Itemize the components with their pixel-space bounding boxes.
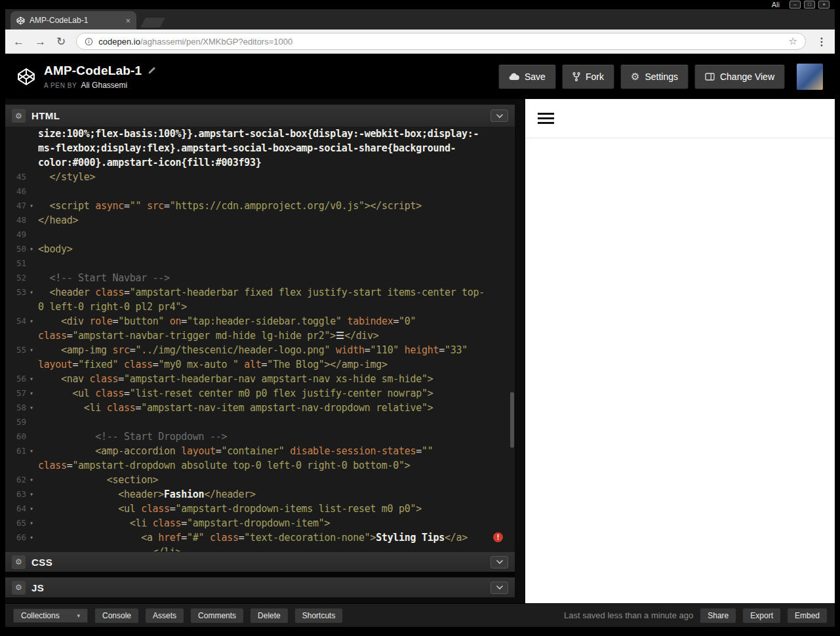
code-line[interactable]: ms-flexbox;display:flex}.ampstart-social… <box>5 141 515 155</box>
line-number: 56 <box>5 372 26 386</box>
code-line[interactable]: 60 <!-- Start Dropdown --> <box>5 429 515 444</box>
code-line[interactable]: 56▾ <nav class="ampstart-headerbar-nav a… <box>5 372 515 386</box>
editor-scrollbar-thumb[interactable] <box>510 392 514 448</box>
fold-arrow-icon[interactable]: ▾ <box>26 444 37 458</box>
code-line[interactable]: 62▾ <section> <box>5 473 515 487</box>
assets-button[interactable]: Assets <box>146 608 184 623</box>
fold-arrow-icon[interactable]: ▾ <box>26 473 37 487</box>
delete-button[interactable]: Delete <box>250 608 288 623</box>
fold-arrow-icon[interactable]: ▾ <box>26 516 37 530</box>
code-line[interactable]: 53▾ <header class="ampstart-headerbar fi… <box>5 285 515 300</box>
url-path: /aghassemi/pen/XMKbGP?editors=1000 <box>140 37 292 47</box>
html-panel-header[interactable]: ⚙ HTML <box>5 104 515 127</box>
code-line[interactable]: color:#000}.ampstart-icon{fill:#003f93} <box>5 155 515 170</box>
css-expand-button[interactable] <box>490 556 508 568</box>
pen-title: AMP-CodeLab-1 <box>44 64 142 78</box>
code-line[interactable]: 64▾ <ul class="ampstart-dropdown-items l… <box>5 502 515 516</box>
code-line[interactable]: class="ampstart-navbar-trigger md-hide l… <box>5 328 515 343</box>
code-line[interactable]: 58▾ <li class="ampstart-nav-item ampstar… <box>5 401 515 415</box>
browser-tab[interactable]: AMP-CodeLab-1 × <box>10 11 136 30</box>
line-number: 66 <box>5 530 26 545</box>
window-maximize-button[interactable]: □ <box>804 1 815 9</box>
new-tab-button[interactable] <box>140 18 165 28</box>
gear-icon: ⚙ <box>631 71 639 81</box>
back-icon[interactable]: ← <box>13 36 24 47</box>
code-line[interactable]: 49 <box>5 228 515 242</box>
export-button[interactable]: Export <box>743 608 780 623</box>
fold-arrow-icon[interactable]: ▾ <box>26 314 37 328</box>
code-line[interactable]: 55▾ <amp-img src="../img/thescenic/heade… <box>5 343 515 357</box>
html-settings-gear-icon[interactable]: ⚙ <box>12 109 26 123</box>
fork-button[interactable]: Fork <box>562 64 614 89</box>
code-line[interactable]: 50▾<body> <box>5 242 515 256</box>
collections-dropdown[interactable]: Collections ▾ <box>13 608 88 623</box>
save-button[interactable]: Save <box>498 64 556 89</box>
window-close-button[interactable]: × <box>818 1 830 9</box>
line-gutter <box>5 357 38 372</box>
fold-arrow-icon[interactable]: ▾ <box>26 343 37 357</box>
code-line[interactable]: 57▾ <ul class="list-reset center m0 p0 f… <box>5 386 515 401</box>
fold-arrow-icon[interactable]: ▾ <box>26 386 37 401</box>
caret-down-icon: ▾ <box>77 612 80 619</box>
change-view-button[interactable]: Change View <box>694 64 785 89</box>
code-line[interactable]: 54▾ <div role="button" on="tap:header-si… <box>5 314 515 328</box>
fold-arrow-icon[interactable]: ▾ <box>26 199 37 213</box>
fold-arrow-icon[interactable]: ▾ <box>26 242 37 256</box>
code-line[interactable]: 45 </style> <box>5 170 515 184</box>
code-line[interactable]: 48</head> <box>5 213 515 228</box>
code-text: ms-flexbox;display:flex}.ampstart-social… <box>38 141 515 155</box>
codepen-logo-icon[interactable] <box>17 68 35 86</box>
js-panel-header[interactable]: ⚙ JS <box>5 577 515 597</box>
forward-icon[interactable]: → <box>35 36 46 47</box>
preview-menu-icon[interactable] <box>538 110 554 127</box>
fork-button-label: Fork <box>586 71 604 82</box>
code-line[interactable]: 66▾ <a href="#" class="text-decoration-n… <box>5 530 515 545</box>
fold-arrow-icon[interactable]: ▾ <box>26 487 37 502</box>
tab-close-icon[interactable]: × <box>125 16 130 25</box>
browser-menu-icon[interactable]: ⋮ <box>816 35 827 48</box>
reload-icon[interactable]: ↻ <box>56 36 66 47</box>
fold-arrow-icon[interactable]: ▾ <box>26 401 37 415</box>
save-status-text: Last saved less than a minute ago <box>564 610 693 620</box>
code-line[interactable]: 47▾ <script async="" src="https://cdn.am… <box>5 199 515 213</box>
css-panel-header[interactable]: ⚙ CSS <box>5 551 515 572</box>
settings-button[interactable]: ⚙ Settings <box>620 64 689 89</box>
user-avatar[interactable] <box>797 64 823 90</box>
embed-button[interactable]: Embed <box>788 608 827 623</box>
code-line[interactable]: layout="fixed" class="my0 mx-auto " alt=… <box>5 357 515 372</box>
code-line[interactable]: </li> <box>5 545 515 551</box>
bookmark-star-icon[interactable]: ☆ <box>789 35 797 47</box>
edit-title-pencil-icon[interactable] <box>148 66 156 75</box>
editor-bottom-gap <box>5 597 515 603</box>
code-line[interactable]: 59 <box>5 415 515 429</box>
fold-arrow-icon[interactable]: ▾ <box>26 372 37 386</box>
shortcuts-button[interactable]: Shortcuts <box>295 608 343 623</box>
html-editor[interactable]: size:100%;flex-basis:100%}}.ampstart-soc… <box>5 127 515 551</box>
fold-arrow-icon[interactable]: ▾ <box>26 502 37 516</box>
js-settings-gear-icon[interactable]: ⚙ <box>12 581 26 595</box>
preview-pane <box>525 99 835 603</box>
html-collapse-button[interactable] <box>490 109 508 122</box>
code-line[interactable]: 52 <!-- Start Navbar --> <box>5 271 515 285</box>
pen-author-link[interactable]: Ali Ghassemi <box>81 81 127 90</box>
css-settings-gear-icon[interactable]: ⚙ <box>12 555 26 569</box>
site-info-icon[interactable] <box>85 37 93 46</box>
share-button[interactable]: Share <box>700 608 736 623</box>
code-line[interactable]: 46 <box>5 184 515 199</box>
code-line[interactable]: 0 left-0 right-0 pl2 pr4"> <box>5 300 515 314</box>
code-line[interactable]: 51 <box>5 256 515 271</box>
fold-arrow-icon[interactable]: ▾ <box>26 285 37 300</box>
console-button[interactable]: Console <box>95 608 138 623</box>
fold-arrow-icon[interactable]: ▾ <box>26 530 37 545</box>
code-line[interactable]: 63▾ <header>Fashion</header> <box>5 487 515 502</box>
url-bar[interactable]: codepen.io/aghassemi/pen/XMKbGP?editors=… <box>76 33 806 50</box>
comments-button[interactable]: Comments <box>191 608 243 623</box>
code-text <box>38 256 515 271</box>
code-line[interactable]: size:100%;flex-basis:100%}}.ampstart-soc… <box>5 127 515 141</box>
code-line[interactable]: 61▾ <amp-accordion layout="container" di… <box>5 444 515 458</box>
code-line[interactable]: class="ampstart-dropdown absolute top-0 … <box>5 458 515 473</box>
pane-resize-gutter[interactable] <box>515 99 525 603</box>
code-line[interactable]: 65▾ <li class="ampstart-dropdown-item"> <box>5 516 515 530</box>
window-minimize-button[interactable]: – <box>790 1 801 9</box>
js-expand-button[interactable] <box>490 582 508 594</box>
